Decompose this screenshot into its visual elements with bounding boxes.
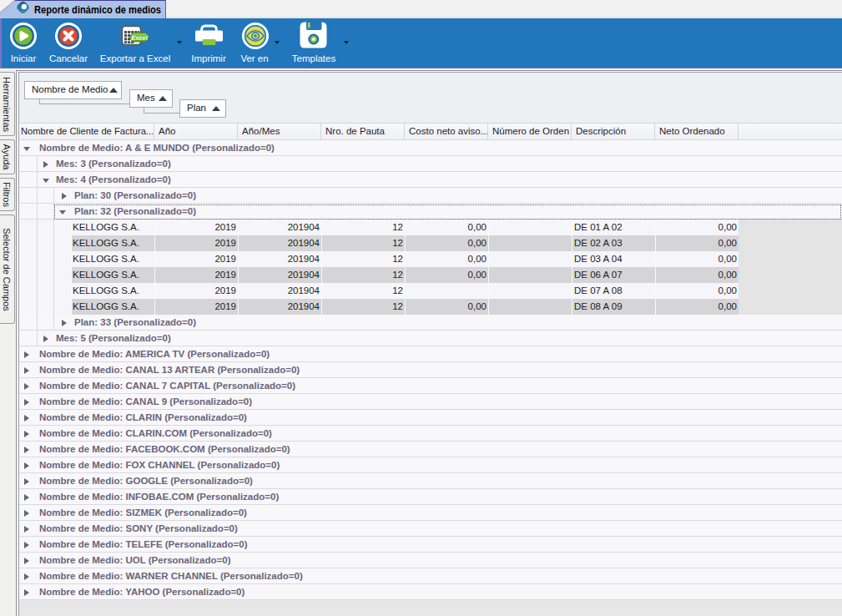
svg-text:Reporte dinámico de medios: Reporte dinámico de medios bbox=[34, 3, 161, 16]
svg-text:Excel: Excel bbox=[131, 34, 149, 42]
